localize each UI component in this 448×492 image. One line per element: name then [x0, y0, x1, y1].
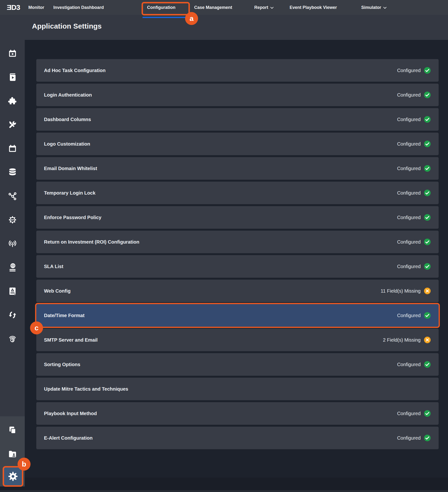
configured-check-icon	[424, 189, 431, 196]
utility-tools-icon	[8, 120, 17, 129]
settings-row-temporary-login-lock[interactable]: Temporary Login Lock Configured	[36, 182, 439, 204]
svg-text:API: API	[10, 219, 14, 221]
settings-row-smtp-server-and-email[interactable]: SMTP Server and Email 2 Field(s) Missing	[36, 329, 439, 351]
status-text: Configured	[397, 92, 421, 98]
status-text: Configured	[397, 313, 421, 318]
settings-row-return-on-investment-roi-configuration[interactable]: Return on Investment (ROI) Configuration…	[36, 231, 439, 253]
nav-item-case-management[interactable]: Case Management	[194, 0, 232, 15]
top-nav: ƎD3 MonitorInvestigation DashboardConfig…	[0, 0, 448, 15]
calendar-icon	[8, 144, 17, 153]
settings-row-label: Email Domain Whitelist	[44, 166, 97, 171]
incident-form-icon	[8, 287, 17, 296]
settings-row-date-time-format[interactable]: Date/Time Format Configured	[36, 304, 439, 327]
configured-check-icon	[424, 238, 431, 246]
settings-row-label: Sorting Options	[44, 362, 80, 367]
chevron-down-icon	[270, 7, 273, 9]
nav-item-monitor[interactable]: Monitor	[28, 0, 44, 15]
sidebar-item-utility-tools[interactable]	[8, 120, 17, 129]
sidebar-item-fingerprint[interactable]	[8, 334, 17, 343]
sidebar-item-copy-pages[interactable]	[8, 425, 17, 435]
settings-row-e-alert-configuration[interactable]: E-Alert Configuration Configured	[36, 427, 439, 449]
bottom-bar	[0, 490, 448, 492]
integrations-puzzle-icon	[8, 96, 17, 105]
settings-row-email-domain-whitelist[interactable]: Email Domain Whitelist Configured	[36, 157, 439, 180]
settings-row-login-authentication[interactable]: Login Authentication Configured	[36, 84, 439, 106]
settings-row-label: Enforce Password Policy	[44, 215, 101, 220]
fields-missing-x-icon	[424, 287, 431, 295]
configured-check-icon	[424, 67, 431, 74]
data-feed-antenna-icon	[8, 239, 17, 248]
page-title: Application Settings	[32, 22, 102, 30]
app-window: ƎD3 MonitorInvestigation DashboardConfig…	[0, 0, 448, 492]
settings-row-dashboard-columns[interactable]: Dashboard Columns Configured	[36, 108, 439, 131]
chevron-down-icon	[383, 7, 386, 9]
settings-row-web-config[interactable]: Web Config 11 Field(s) Missing	[36, 280, 439, 302]
sidebar-icon-list: API	[0, 49, 25, 343]
settings-row-label: SLA List	[44, 264, 63, 269]
nav-item-report[interactable]: Report	[254, 0, 273, 15]
sidebar-item-playbook-book[interactable]	[8, 72, 17, 82]
sidebar-item-api-gear[interactable]: API	[8, 215, 17, 224]
share-nodes-icon	[8, 192, 17, 201]
status-text: Configured	[397, 141, 421, 147]
settings-row-enforce-password-policy[interactable]: Enforce Password Policy Configured	[36, 206, 439, 229]
status-text: Configured	[397, 68, 421, 73]
settings-row-playbook-input-method[interactable]: Playbook Input Method Configured	[36, 402, 439, 425]
sidebar-item-sync-arrows[interactable]	[8, 310, 17, 319]
nav-item-configuration[interactable]: Configuration	[147, 0, 176, 15]
configured-check-icon	[424, 434, 431, 441]
status-text: Configured	[397, 117, 421, 122]
settings-row-logo-customization[interactable]: Logo Customization Configured	[36, 133, 439, 155]
settings-row-status: Configured	[397, 361, 431, 368]
settings-row-ad-hoc-task-configuration[interactable]: Ad Hoc Task Configuration Configured	[36, 59, 439, 82]
status-text: Configured	[397, 215, 421, 220]
nav-item-label: Configuration	[147, 5, 176, 10]
sidebar-item-integrations-puzzle[interactable]	[8, 96, 17, 105]
sidebar-item-web-globe[interactable]	[8, 263, 17, 272]
settings-row-label: Return on Investment (ROI) Configuration	[44, 239, 139, 245]
status-text: Configured	[397, 264, 421, 269]
settings-row-label: SMTP Server and Email	[44, 337, 98, 343]
sidebar-bottom-section	[0, 416, 25, 486]
sidebar-item-folder-user[interactable]	[8, 450, 17, 459]
status-text: Configured	[397, 411, 421, 416]
sidebar-item-data-feed-antenna[interactable]	[8, 239, 17, 248]
configured-check-icon	[424, 116, 431, 123]
settings-row-label: Web Config	[44, 288, 71, 294]
web-globe-icon	[8, 263, 17, 272]
settings-row-status: Configured	[397, 165, 431, 172]
status-text: 11 Field(s) Missing	[381, 288, 421, 294]
nav-item-label: Report	[254, 5, 268, 10]
sidebar-item-share-nodes[interactable]	[8, 192, 17, 201]
settings-row-sla-list[interactable]: SLA List Configured	[36, 255, 439, 278]
sidebar-item-settings-gear-active[interactable]	[3, 466, 23, 487]
nav-item-simulator[interactable]: Simulator	[361, 0, 386, 15]
settings-row-update-mitre-tactics-and-techniques[interactable]: Update Mitre Tactics and Techniques	[36, 378, 439, 400]
sidebar-item-calendar-play[interactable]	[8, 49, 17, 58]
settings-row-status: Configured	[397, 434, 431, 441]
settings-row-sorting-options[interactable]: Sorting Options Configured	[36, 353, 439, 376]
configured-check-icon	[424, 263, 431, 270]
fields-missing-x-icon	[424, 336, 431, 344]
nav-item-label: Monitor	[28, 5, 44, 10]
sidebar-item-incident-form[interactable]	[8, 287, 17, 296]
settings-row-label: Temporary Login Lock	[44, 190, 95, 196]
settings-row-label: Playbook Input Method	[44, 411, 97, 416]
status-text: Configured	[397, 435, 421, 441]
settings-row-status: Configured	[397, 140, 431, 147]
status-text: Configured	[397, 190, 421, 196]
sidebar: API	[0, 40, 25, 416]
settings-row-status: Configured	[397, 410, 431, 417]
nav-item-label: Simulator	[361, 5, 381, 10]
status-text: Configured	[397, 166, 421, 171]
settings-panel: Ad Hoc Task Configuration Configured Log…	[25, 40, 448, 478]
nav-item-label: Investigation Dashboard	[53, 5, 104, 10]
settings-row-status: Configured	[397, 263, 431, 270]
nav-item-investigation-dashboard[interactable]: Investigation Dashboard	[53, 0, 104, 15]
settings-row-status: Configured	[397, 116, 431, 123]
sidebar-item-calendar[interactable]	[8, 144, 17, 153]
settings-row-label: Ad Hoc Task Configuration	[44, 68, 105, 73]
sidebar-item-database[interactable]	[8, 168, 17, 177]
nav-item-event-playbook-viewer[interactable]: Event Playbook Viewer	[290, 0, 337, 15]
settings-row-status: Configured	[397, 67, 431, 74]
